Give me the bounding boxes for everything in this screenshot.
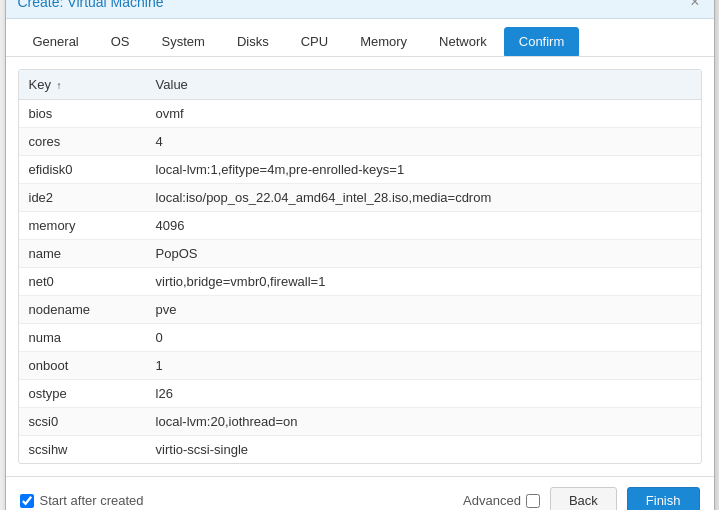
table-body: biosovmfcores4efidisk0local-lvm:1,efityp… — [19, 100, 701, 464]
create-vm-dialog: Create: Virtual Machine × General OS Sys… — [5, 0, 715, 510]
table-row: efidisk0local-lvm:1,efitype=4m,pre-enrol… — [19, 156, 701, 184]
col-value-header: Value — [146, 70, 701, 100]
row-value: local-lvm:20,iothread=on — [146, 408, 701, 436]
row-key: memory — [19, 212, 146, 240]
content-area: Key ↑ Value biosovmfcores4efidisk0local-… — [6, 57, 714, 476]
table-row: ide2local:iso/pop_os_22.04_amd64_intel_2… — [19, 184, 701, 212]
close-button[interactable]: × — [688, 0, 701, 10]
tab-confirm[interactable]: Confirm — [504, 27, 580, 56]
row-key: scsi0 — [19, 408, 146, 436]
row-key: scsihw — [19, 436, 146, 464]
row-value: 0 — [146, 324, 701, 352]
row-value: local:iso/pop_os_22.04_amd64_intel_28.is… — [146, 184, 701, 212]
table-row: cores4 — [19, 128, 701, 156]
tab-disks[interactable]: Disks — [222, 27, 284, 56]
row-value: PopOS — [146, 240, 701, 268]
col-key-header[interactable]: Key ↑ — [19, 70, 146, 100]
config-table: Key ↑ Value biosovmfcores4efidisk0local-… — [19, 70, 701, 463]
start-after-label: Start after created — [40, 493, 144, 508]
row-key: nodename — [19, 296, 146, 324]
table-row: ostypel26 — [19, 380, 701, 408]
row-key: name — [19, 240, 146, 268]
row-key: bios — [19, 100, 146, 128]
start-after-wrap: Start after created — [20, 493, 144, 508]
row-key: cores — [19, 128, 146, 156]
tab-bar: General OS System Disks CPU Memory Netwo… — [6, 19, 714, 57]
tab-network[interactable]: Network — [424, 27, 502, 56]
row-value: pve — [146, 296, 701, 324]
table-row: net0virtio,bridge=vmbr0,firewall=1 — [19, 268, 701, 296]
dialog-header: Create: Virtual Machine × — [6, 0, 714, 19]
row-key: efidisk0 — [19, 156, 146, 184]
table-row: onboot1 — [19, 352, 701, 380]
row-key: ostype — [19, 380, 146, 408]
tab-memory[interactable]: Memory — [345, 27, 422, 56]
advanced-label: Advanced — [463, 493, 521, 508]
table-row: numa0 — [19, 324, 701, 352]
row-value: virtio-scsi-single — [146, 436, 701, 464]
table-row: namePopOS — [19, 240, 701, 268]
row-key: numa — [19, 324, 146, 352]
table-row: biosovmf — [19, 100, 701, 128]
finish-button[interactable]: Finish — [627, 487, 700, 510]
sort-arrow-icon: ↑ — [57, 80, 62, 91]
row-value: l26 — [146, 380, 701, 408]
start-after-checkbox[interactable] — [20, 494, 34, 508]
tab-os[interactable]: OS — [96, 27, 145, 56]
tab-general[interactable]: General — [18, 27, 94, 56]
tab-cpu[interactable]: CPU — [286, 27, 343, 56]
table-row: scsi0local-lvm:20,iothread=on — [19, 408, 701, 436]
config-table-wrap: Key ↑ Value biosovmfcores4efidisk0local-… — [18, 69, 702, 464]
table-row: memory4096 — [19, 212, 701, 240]
back-button[interactable]: Back — [550, 487, 617, 510]
row-value: local-lvm:1,efitype=4m,pre-enrolled-keys… — [146, 156, 701, 184]
dialog-title: Create: Virtual Machine — [18, 0, 164, 10]
row-key: onboot — [19, 352, 146, 380]
advanced-checkbox[interactable] — [526, 494, 540, 508]
dialog-footer: Start after created Advanced Back Finish — [6, 476, 714, 510]
table-row: scsihwvirtio-scsi-single — [19, 436, 701, 464]
row-key: ide2 — [19, 184, 146, 212]
row-value: 4096 — [146, 212, 701, 240]
row-value: ovmf — [146, 100, 701, 128]
advanced-wrap: Advanced — [463, 493, 540, 508]
footer-right: Advanced Back Finish — [463, 487, 699, 510]
table-row: nodenamepve — [19, 296, 701, 324]
row-value: 4 — [146, 128, 701, 156]
row-value: virtio,bridge=vmbr0,firewall=1 — [146, 268, 701, 296]
tab-system[interactable]: System — [147, 27, 220, 56]
row-key: net0 — [19, 268, 146, 296]
row-value: 1 — [146, 352, 701, 380]
